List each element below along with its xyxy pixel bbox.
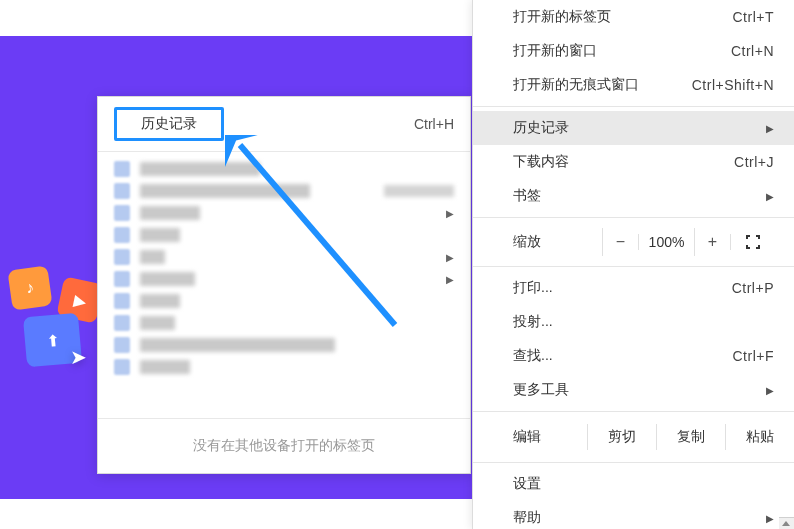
menu-shortcut: Ctrl+Shift+N	[692, 77, 774, 93]
history-item[interactable]	[98, 224, 470, 246]
menu-shortcut: Ctrl+N	[731, 43, 774, 59]
cursor-icon: ➤	[70, 345, 87, 369]
zoom-out-button[interactable]: −	[602, 228, 638, 256]
cut-button[interactable]: 剪切	[587, 424, 656, 450]
menu-edit: 编辑 剪切 复制 粘贴	[473, 416, 794, 458]
menu-label: 历史记录	[513, 119, 569, 137]
menu-label: 投射...	[513, 313, 553, 331]
history-item[interactable]	[98, 334, 470, 356]
fullscreen-button[interactable]	[730, 234, 774, 250]
menu-bookmarks[interactable]: 书签 ▶	[473, 179, 794, 213]
menu-label: 编辑	[513, 428, 541, 446]
menu-shortcut: Ctrl+P	[732, 280, 774, 296]
history-item-label	[140, 228, 180, 242]
favicon-icon	[114, 249, 130, 265]
menu-new-tab[interactable]: 打开新的标签页 Ctrl+T	[473, 0, 794, 34]
history-item-label	[140, 184, 310, 198]
menu-divider	[473, 217, 794, 218]
menu-cast[interactable]: 投射...	[473, 305, 794, 339]
menu-label: 更多工具	[513, 381, 569, 399]
history-item-meta	[384, 185, 454, 197]
history-item[interactable]: ▶	[98, 246, 470, 268]
history-item[interactable]	[98, 158, 470, 180]
favicon-icon	[114, 315, 130, 331]
favicon-icon	[114, 337, 130, 353]
history-item-label	[140, 316, 175, 330]
fullscreen-icon	[745, 234, 761, 250]
menu-divider	[473, 411, 794, 412]
copy-button[interactable]: 复制	[656, 424, 725, 450]
menu-divider	[473, 266, 794, 267]
menu-label: 打开新的窗口	[513, 42, 597, 60]
zoom-controls: − 100% +	[602, 228, 774, 256]
chevron-right-icon: ▶	[766, 385, 774, 396]
history-item[interactable]	[98, 180, 470, 202]
menu-label: 帮助	[513, 509, 541, 527]
history-title-highlight[interactable]: 历史记录	[114, 107, 224, 141]
history-footer-text: 没有在其他设备打开的标签页	[193, 437, 375, 453]
history-item-label	[140, 206, 200, 220]
history-list: ▶ ▶ ▶	[98, 152, 470, 384]
menu-label: 打开新的标签页	[513, 8, 611, 26]
history-item[interactable]	[98, 356, 470, 378]
menu-zoom: 缩放 − 100% +	[473, 222, 794, 262]
history-item-label	[140, 272, 195, 286]
zoom-value: 100%	[638, 234, 694, 250]
history-item-label	[140, 250, 165, 264]
favicon-icon	[114, 205, 130, 221]
menu-divider	[473, 106, 794, 107]
menu-help[interactable]: 帮助 ▶	[473, 501, 794, 529]
menu-more-tools[interactable]: 更多工具 ▶	[473, 373, 794, 407]
history-item[interactable]	[98, 290, 470, 312]
history-item[interactable]	[98, 312, 470, 334]
paste-button[interactable]: 粘贴	[725, 424, 794, 450]
history-item-label	[140, 338, 335, 352]
history-footer: 没有在其他设备打开的标签页	[98, 418, 470, 473]
edit-actions: 剪切 复制 粘贴	[587, 424, 794, 450]
history-item-label	[140, 360, 190, 374]
menu-label: 打开新的无痕式窗口	[513, 76, 639, 94]
chevron-right-icon: ▶	[766, 513, 774, 524]
browser-context-menu: 打开新的标签页 Ctrl+T 打开新的窗口 Ctrl+N 打开新的无痕式窗口 C…	[472, 0, 794, 529]
history-item[interactable]: ▶	[98, 202, 470, 224]
history-title: 历史记录	[141, 115, 197, 131]
favicon-icon	[114, 227, 130, 243]
favicon-icon	[114, 161, 130, 177]
menu-history[interactable]: 历史记录 ▶	[473, 111, 794, 145]
zoom-in-button[interactable]: +	[694, 228, 730, 256]
favicon-icon	[114, 293, 130, 309]
chevron-right-icon: ▶	[446, 252, 454, 263]
history-shortcut: Ctrl+H	[414, 116, 454, 132]
history-item-label	[140, 162, 260, 176]
menu-shortcut: Ctrl+J	[734, 154, 774, 170]
menu-label: 下载内容	[513, 153, 569, 171]
chevron-right-icon: ▶	[766, 123, 774, 134]
history-header: 历史记录 Ctrl+H	[98, 97, 470, 152]
music-icon: ♪	[7, 265, 52, 310]
menu-print[interactable]: 打印... Ctrl+P	[473, 271, 794, 305]
menu-settings[interactable]: 设置	[473, 467, 794, 501]
menu-label: 查找...	[513, 347, 553, 365]
menu-label: 缩放	[513, 233, 541, 251]
menu-new-window[interactable]: 打开新的窗口 Ctrl+N	[473, 34, 794, 68]
menu-label: 设置	[513, 475, 541, 493]
menu-find[interactable]: 查找... Ctrl+F	[473, 339, 794, 373]
menu-shortcut: Ctrl+T	[733, 9, 775, 25]
favicon-icon	[114, 271, 130, 287]
scrollbar-up-button[interactable]	[779, 517, 794, 529]
decorative-icons: ♪ ▶ ⬆ ➤	[5, 260, 105, 380]
menu-label: 书签	[513, 187, 541, 205]
history-submenu-panel: 历史记录 Ctrl+H ▶ ▶ ▶	[97, 96, 471, 474]
chevron-right-icon: ▶	[446, 274, 454, 285]
menu-downloads[interactable]: 下载内容 Ctrl+J	[473, 145, 794, 179]
menu-divider	[473, 462, 794, 463]
chevron-right-icon: ▶	[766, 191, 774, 202]
menu-new-incognito[interactable]: 打开新的无痕式窗口 Ctrl+Shift+N	[473, 68, 794, 102]
favicon-icon	[114, 183, 130, 199]
favicon-icon	[114, 359, 130, 375]
history-item[interactable]: ▶	[98, 268, 470, 290]
chevron-right-icon: ▶	[446, 208, 454, 219]
menu-label: 打印...	[513, 279, 553, 297]
history-item-label	[140, 294, 180, 308]
menu-shortcut: Ctrl+F	[733, 348, 775, 364]
